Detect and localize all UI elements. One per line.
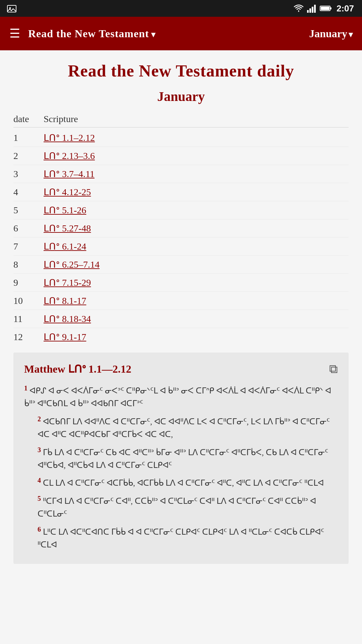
scripture-preview-panel: Matthew ᒪᑎᐤ 1.1—2.12 ⧉ 1 ᐊᑭᔑ ᐊ ᓂᐸ ᐊᐸᐲᒥᓂᑦ… [13, 353, 349, 564]
reading-date: 3 [13, 169, 44, 179]
toolbar-month[interactable]: January▾ [309, 28, 353, 40]
scripture-link[interactable]: ᒪᑎᐤ 5.27-48 [44, 223, 91, 234]
toolbar: ☰ Read the New Testament▾ January▾ [0, 17, 362, 50]
reading-date: 9 [13, 277, 44, 288]
table-row: 2 ᒪᑎᐤ 2.13–3.6 [13, 147, 349, 165]
reading-date: 2 [13, 151, 44, 161]
scripture-link[interactable]: ᒪᑎᐤ 7.15-29 [44, 277, 91, 288]
status-time: 2:07 [337, 3, 354, 14]
toolbar-month-text: January [309, 28, 347, 40]
reading-date: 8 [13, 259, 44, 270]
scripture-column-header: Scripture [44, 114, 78, 124]
scripture-link[interactable]: ᒪᑎᐤ 9.1-17 [44, 331, 86, 342]
scripture-link[interactable]: ᒪᑎᐤ 8.1-17 [44, 295, 86, 306]
table-row: 11 ᒪᑎᐤ 8.18-34 [13, 310, 349, 328]
scripture-link[interactable]: ᒪᑎᐤ 5.1-26 [44, 205, 86, 216]
gallery-icon [7, 4, 17, 15]
svg-rect-5 [314, 5, 316, 13]
hamburger-menu-icon[interactable]: ☰ [9, 28, 20, 40]
reading-date: 12 [13, 332, 44, 342]
reading-date: 4 [13, 187, 44, 198]
scripture-preview-text: 1 ᐊᑭᔑ ᐊ ᓂᐸ ᐊᐸᐲᒥᓂᑦ ᓂᐸᐣᑦ ᑕᐦᑭᓂᐠᑦᒪ ᐊ ᑳᐦᐣ ᓂᐸ … [24, 383, 338, 551]
scripture-link[interactable]: ᒪᑎᐤ 8.18-34 [44, 313, 91, 324]
reading-date: 1 [13, 132, 44, 143]
table-row: 9 ᒪᑎᐤ 7.15-29 [13, 274, 349, 292]
svg-rect-2 [307, 10, 309, 13]
battery-icon [320, 5, 332, 12]
svg-rect-7 [330, 7, 331, 9]
table-row: 12 ᒪᑎᐤ 9.1-17 [13, 328, 349, 346]
scripture-panel-header: Matthew ᒪᑎᐤ 1.1—2.12 ⧉ [24, 362, 338, 376]
svg-rect-4 [312, 7, 313, 13]
toolbar-month-dropdown-arrow[interactable]: ▾ [349, 30, 353, 39]
scripture-link[interactable]: ᒪᑎᐤ 6.1-24 [44, 241, 86, 252]
scripture-link[interactable]: ᒪᑎᐤ 6.25–7.14 [44, 259, 100, 270]
toolbar-title-dropdown-arrow[interactable]: ▾ [151, 30, 156, 39]
readings-list: 1 ᒪᑎᐤ 1.1–2.12 2 ᒪᑎᐤ 2.13–3.6 3 ᒪᑎᐤ 3.7–… [13, 129, 349, 346]
svg-rect-3 [309, 8, 311, 13]
scripture-panel-title: Matthew ᒪᑎᐤ 1.1—2.12 [24, 363, 131, 375]
scripture-link[interactable]: ᒪᑎᐤ 3.7–4.11 [44, 168, 95, 179]
svg-rect-0 [7, 5, 16, 12]
table-row: 3 ᒪᑎᐤ 3.7–4.11 [13, 165, 349, 183]
external-link-icon[interactable]: ⧉ [329, 362, 338, 376]
svg-rect-8 [321, 7, 329, 10]
table-row: 7 ᒪᑎᐤ 6.1-24 [13, 237, 349, 256]
table-row: 4 ᒪᑎᐤ 4.12-25 [13, 183, 349, 201]
signal-icon [307, 4, 316, 13]
table-row: 10 ᒪᑎᐤ 8.1-17 [13, 292, 349, 310]
table-row: 8 ᒪᑎᐤ 6.25–7.14 [13, 256, 349, 274]
reading-date: 11 [13, 314, 44, 324]
date-column-header: date [13, 114, 44, 124]
table-header: date Scripture [13, 111, 349, 127]
table-row: 6 ᒪᑎᐤ 5.27-48 [13, 219, 349, 237]
table-row: 5 ᒪᑎᐤ 5.1-26 [13, 201, 349, 219]
scripture-link[interactable]: ᒪᑎᐤ 1.1–2.12 [44, 132, 95, 143]
main-content: Read the New Testament daily January dat… [0, 50, 362, 575]
reading-date: 7 [13, 241, 44, 252]
reading-date: 6 [13, 223, 44, 234]
svg-point-1 [9, 7, 11, 9]
toolbar-title-text: Read the New Testament [28, 28, 149, 40]
table-row: 1 ᒪᑎᐤ 1.1–2.12 [13, 129, 349, 147]
page-title: Read the New Testament daily [13, 61, 349, 80]
toolbar-title[interactable]: Read the New Testament▾ [28, 28, 301, 40]
status-bar: 2:07 [0, 0, 362, 17]
status-icons [294, 4, 332, 13]
month-heading: January [13, 89, 349, 104]
reading-date: 5 [13, 205, 44, 216]
reading-date: 10 [13, 296, 44, 306]
wifi-icon [294, 4, 304, 13]
scripture-link[interactable]: ᒪᑎᐤ 4.12-25 [44, 186, 91, 198]
scripture-link[interactable]: ᒪᑎᐤ 2.13–3.6 [44, 150, 95, 161]
